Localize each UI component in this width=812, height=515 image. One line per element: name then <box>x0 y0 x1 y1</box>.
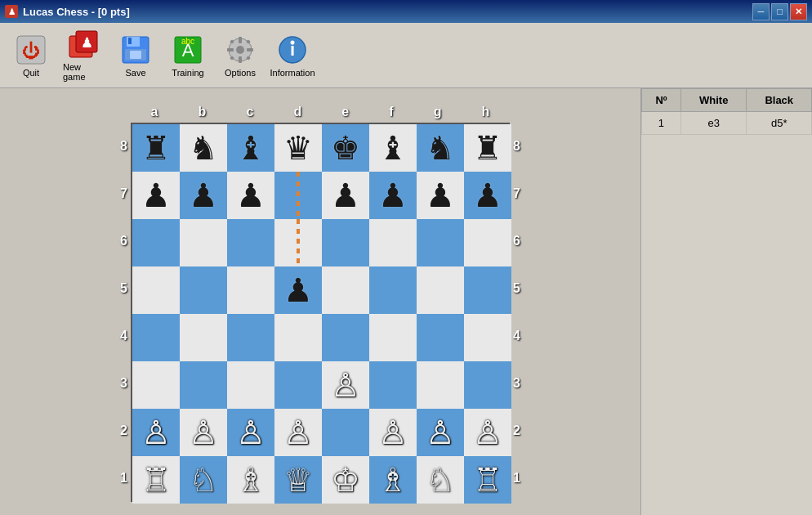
square-c2[interactable]: ♙ <box>227 409 274 456</box>
square-b2[interactable]: ♙ <box>180 409 227 456</box>
col-g: g <box>434 105 442 119</box>
piece-white-pawn-b2: ♙ <box>189 416 218 449</box>
square-f5[interactable] <box>369 266 417 314</box>
square-g7[interactable]: ♟ <box>417 172 464 219</box>
training-icon: A abc <box>172 34 204 66</box>
app-icon: ♟ <box>5 5 18 18</box>
square-e2[interactable] <box>322 409 369 456</box>
square-h5[interactable] <box>464 266 511 314</box>
square-b1[interactable]: ♘ <box>180 456 227 504</box>
square-e1[interactable]: ♔ <box>322 456 369 504</box>
minimize-button[interactable]: ─ <box>752 3 770 20</box>
square-a5[interactable] <box>132 266 180 314</box>
square-a3[interactable] <box>132 361 180 409</box>
square-a6[interactable] <box>132 219 180 266</box>
piece-white-bishop-c1: ♗ <box>236 464 265 496</box>
piece-white-pawn-a2: ♙ <box>141 416 171 449</box>
square-f1[interactable]: ♗ <box>369 456 417 504</box>
col-c: c <box>246 105 253 119</box>
quit-button[interactable]: ⏻ Quit <box>7 27 56 84</box>
square-a8[interactable]: ♜ <box>132 124 180 172</box>
new-game-label: New game <box>63 62 104 82</box>
square-d2[interactable]: ♙ <box>274 409 322 456</box>
square-h4[interactable] <box>464 314 511 361</box>
move-white-1: e3 <box>680 112 747 135</box>
piece-black-pawn-f7: ♟ <box>378 179 408 212</box>
square-h6[interactable] <box>464 219 511 266</box>
square-f6[interactable] <box>369 219 417 266</box>
square-g2[interactable]: ♙ <box>417 409 464 456</box>
square-a4[interactable] <box>132 314 180 361</box>
new-game-button[interactable]: ♟ New game <box>59 27 108 84</box>
square-a2[interactable]: ♙ <box>132 409 180 456</box>
square-c8[interactable]: ♝ <box>227 124 274 172</box>
information-button[interactable]: i Information <box>268 27 317 84</box>
square-c7[interactable]: ♟ <box>227 172 274 219</box>
square-d8[interactable]: ♛ <box>274 124 322 172</box>
square-e6[interactable] <box>322 219 369 266</box>
square-f7[interactable]: ♟ <box>369 172 417 219</box>
square-e7[interactable]: ♟ <box>322 172 369 219</box>
piece-white-knight-b1: ♘ <box>189 464 218 496</box>
square-d3[interactable] <box>274 361 322 409</box>
square-g6[interactable] <box>417 219 464 266</box>
square-e5[interactable] <box>322 266 369 314</box>
square-b7[interactable]: ♟ <box>180 172 227 219</box>
square-b4[interactable] <box>180 314 227 361</box>
square-h3[interactable] <box>464 361 511 409</box>
square-c6[interactable] <box>227 219 274 266</box>
square-d7[interactable] <box>274 172 322 219</box>
quit-icon: ⏻ <box>15 34 47 66</box>
square-a1[interactable]: ♖ <box>132 456 180 504</box>
square-b5[interactable] <box>180 266 227 314</box>
square-g5[interactable] <box>417 266 464 314</box>
move-table: Nº White Black 1 e3 d5* <box>641 88 812 135</box>
piece-black-pawn-g7: ♟ <box>426 179 455 212</box>
chess-board[interactable]: ♜ ♞ ♝ ♛ ♚ ♝ ♞ ♜ ♟ <box>131 123 510 502</box>
svg-point-14 <box>236 46 244 54</box>
square-h7[interactable]: ♟ <box>464 172 511 219</box>
options-button[interactable]: Options <box>216 27 265 84</box>
square-e3[interactable]: ♙ <box>322 361 369 409</box>
move-row-1: 1 e3 d5* <box>642 112 812 135</box>
col-h: h <box>482 105 490 119</box>
training-button[interactable]: A abc Training <box>163 27 212 84</box>
maximize-button[interactable]: □ <box>771 3 788 20</box>
square-b3[interactable] <box>180 361 227 409</box>
square-d6[interactable] <box>274 219 322 266</box>
square-d4[interactable] <box>274 314 322 361</box>
col-header-black: Black <box>747 89 812 112</box>
square-c4[interactable] <box>227 314 274 361</box>
square-b6[interactable] <box>180 219 227 266</box>
square-d5[interactable]: ♟ <box>274 266 322 314</box>
square-a7[interactable]: ♟ <box>132 172 180 219</box>
square-g3[interactable] <box>417 361 464 409</box>
square-c1[interactable]: ♗ <box>227 456 274 504</box>
close-button[interactable]: ✕ <box>790 3 807 20</box>
square-g4[interactable] <box>417 314 464 361</box>
square-g1[interactable]: ♘ <box>417 456 464 504</box>
square-f8[interactable]: ♝ <box>369 124 417 172</box>
square-f4[interactable] <box>369 314 417 361</box>
svg-rect-18 <box>247 48 253 52</box>
square-b8[interactable]: ♞ <box>180 124 227 172</box>
square-f2[interactable]: ♙ <box>369 409 417 456</box>
square-h8[interactable]: ♜ <box>464 124 511 172</box>
piece-black-pawn-b7: ♟ <box>189 179 218 212</box>
square-e4[interactable] <box>322 314 369 361</box>
square-e8[interactable]: ♚ <box>322 124 369 172</box>
move-indicator-d7 <box>297 172 300 219</box>
square-f3[interactable] <box>369 361 417 409</box>
piece-black-pawn-h7: ♟ <box>473 179 502 212</box>
square-c3[interactable] <box>227 361 274 409</box>
save-button[interactable]: Save <box>111 27 160 84</box>
information-icon: i <box>276 34 309 66</box>
square-g8[interactable]: ♞ <box>417 124 464 172</box>
square-c5[interactable] <box>227 266 274 314</box>
square-h1[interactable]: ♖ <box>464 456 511 504</box>
square-d1[interactable]: ♕ <box>274 456 322 504</box>
square-h2[interactable]: ♙ <box>464 409 511 456</box>
title-bar-left: ♟ Lucas Chess - [0 pts] <box>5 5 130 18</box>
save-icon <box>119 34 152 66</box>
piece-black-knight-g8: ♞ <box>426 132 455 164</box>
